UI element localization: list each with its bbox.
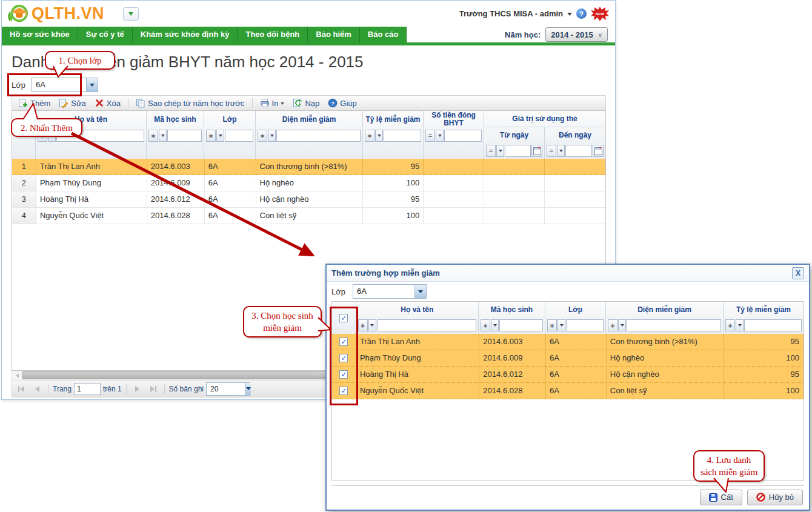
next-page-button[interactable] [131, 383, 144, 395]
cell-money [424, 191, 484, 208]
qlth-logo-icon [5, 3, 28, 25]
nav-tab-1[interactable]: Sự cố y tế [78, 27, 133, 42]
filter-operator-dropdown[interactable] [618, 319, 626, 331]
school-year-select[interactable]: 2014 - 2015∨ [545, 27, 608, 42]
close-icon[interactable]: X [792, 267, 804, 279]
filter-input[interactable] [505, 145, 531, 157]
toolbar-edit-button[interactable]: Sửa [55, 97, 90, 109]
filter-input[interactable] [566, 319, 604, 331]
filter-input[interactable] [499, 319, 543, 331]
filter-match-button[interactable]: ∗ [358, 319, 368, 331]
column-filter: ∗ [606, 318, 723, 333]
filter-operator-dropdown[interactable] [557, 319, 565, 331]
filter-operator-dropdown[interactable] [159, 130, 167, 142]
row-number: 4 [12, 208, 36, 224]
cell-name: Trần Thị Lan Anh [36, 159, 147, 175]
filter-input[interactable] [167, 130, 202, 142]
filter-operator-dropdown[interactable] [375, 130, 383, 142]
table-row[interactable]: ✓Hoàng Thị Hà2014.6.0126AHộ cận nghèo95 [332, 367, 804, 383]
filter-equals-button[interactable]: = [547, 145, 556, 157]
cell-from [484, 175, 545, 191]
column-header-label: Từ ngày [484, 127, 544, 143]
filter-match-button[interactable]: ∗ [365, 130, 374, 142]
toolbar-label: In [272, 99, 279, 108]
filter-operator-dropdown[interactable] [736, 319, 744, 331]
table-row[interactable]: 1Trần Thị Lan Anh2014.6.0036ACon thương … [12, 159, 605, 175]
dialog-titlebar: Thêm trường hợp miễn giảm X [327, 265, 809, 282]
page-number-input[interactable] [74, 383, 101, 395]
column-filter: ∗ [147, 128, 204, 144]
toolbar-separator [128, 98, 128, 108]
cell-type: Hộ cận nghèo [607, 367, 724, 383]
filter-match-button[interactable]: ∗ [481, 319, 490, 331]
table-row[interactable]: 2Phạm Thùy Dung2014.6.0096AHộ nghèo100 [12, 175, 605, 191]
toolbar-copy-button[interactable]: Sao chép từ năm học trước [132, 97, 248, 109]
table-row[interactable]: 4Nguyễn Quốc Việt2014.6.0286ACon liệt sỹ… [12, 208, 605, 224]
table-row[interactable]: 3Hoàng Thị Hà2014.6.0126AHộ cận nghèo95 [12, 191, 605, 208]
help-icon[interactable]: ? [576, 8, 587, 19]
filter-match-button[interactable]: ∗ [608, 319, 617, 331]
nav-tab-2[interactable]: Khám sức khỏe định kỳ [133, 27, 238, 42]
filter-operator-dropdown[interactable] [557, 145, 565, 157]
nav-tab-4[interactable]: Bảo hiểm [308, 27, 360, 42]
filter-operator-dropdown[interactable] [491, 319, 499, 331]
filter-operator-dropdown[interactable] [216, 130, 224, 142]
page-of-label: trên 1 [103, 385, 122, 393]
filter-equals-button[interactable]: = [486, 145, 496, 157]
toolbar-add-button[interactable]: Thêm [15, 97, 54, 109]
filter-match-button[interactable]: ∗ [148, 130, 158, 142]
prev-page-button[interactable] [30, 383, 44, 395]
filter-input[interactable] [225, 130, 253, 142]
app-header: QLTH.VN Trường THCS MISA - admin ? NEW [2, 1, 615, 27]
nav-tab-3[interactable]: Theo dõi bệnh [238, 27, 308, 42]
last-page-button[interactable] [147, 383, 160, 395]
filter-match-button[interactable]: ∗ [258, 130, 267, 142]
filter-match-button[interactable]: ∗ [725, 319, 735, 331]
chevron-down-icon [245, 383, 251, 395]
cell-name: Trần Thị Lan Anh [356, 334, 479, 350]
nav-tab-5[interactable]: Báo cáo [360, 27, 407, 42]
account-menu[interactable]: Trường THCS MISA - admin [459, 9, 563, 18]
filter-input[interactable] [276, 130, 361, 142]
toolbar-refresh-button[interactable]: Nạp [289, 97, 323, 109]
filter-input[interactable] [444, 130, 482, 142]
save-button[interactable]: Cất [700, 490, 742, 505]
cell-from [484, 159, 545, 175]
table-row[interactable]: ✓Nguyễn Quốc Việt2014.6.0286ACon liệt sỹ… [332, 383, 804, 399]
table-row[interactable]: ✓Trần Thị Lan Anh2014.6.0036ACon thương … [332, 334, 804, 350]
app-logo: QLTH.VN [2, 3, 139, 25]
first-page-button[interactable] [15, 383, 28, 395]
screen: QLTH.VN Trường THCS MISA - admin ? NEW H… [0, 0, 812, 512]
date-picker-button[interactable] [531, 145, 542, 157]
filter-input[interactable] [627, 319, 721, 331]
filter-input[interactable] [384, 130, 421, 142]
filter-input[interactable] [744, 319, 802, 331]
cancel-button[interactable]: Hủy bỏ [747, 490, 803, 505]
toolbar-delete-button[interactable]: Xóa [91, 97, 124, 109]
filter-input[interactable] [565, 145, 592, 157]
toolbar-print-button[interactable]: In [256, 97, 288, 109]
filter-match-button[interactable]: ∗ [547, 319, 557, 331]
nav-tab-0[interactable]: Hồ sơ sức khỏe [2, 27, 78, 42]
filter-equals-button[interactable]: = [425, 130, 435, 142]
chevron-down-icon [281, 102, 284, 107]
table-row[interactable]: ✓Phạm Thùy Dung2014.6.0096AHộ nghèo100 [332, 350, 804, 367]
dialog-class-select[interactable]: 6A [353, 284, 427, 299]
filter-operator-dropdown[interactable] [368, 319, 376, 331]
calendar-icon [594, 147, 602, 155]
page-size-select[interactable]: 20 [206, 382, 250, 396]
logo-dropdown-button[interactable] [123, 7, 139, 21]
scroll-left-icon[interactable] [12, 373, 22, 379]
toolbar-help-button[interactable]: ?Giúp [324, 97, 360, 109]
cell-code: 2014.6.009 [479, 350, 546, 367]
date-picker-button[interactable] [593, 145, 604, 157]
new-badge-icon[interactable]: NEW [591, 7, 609, 21]
filter-input[interactable] [377, 319, 476, 331]
column-header: Tỷ lệ miễn giảm∗ [724, 302, 804, 334]
cell-type: Con thương binh (>81%) [607, 334, 724, 350]
filter-operator-dropdown[interactable] [436, 130, 444, 142]
filter-operator-dropdown[interactable] [268, 130, 276, 142]
filter-operator-dropdown[interactable] [496, 145, 504, 157]
cell-rate: 100 [724, 383, 804, 399]
filter-match-button[interactable]: ∗ [206, 130, 216, 142]
